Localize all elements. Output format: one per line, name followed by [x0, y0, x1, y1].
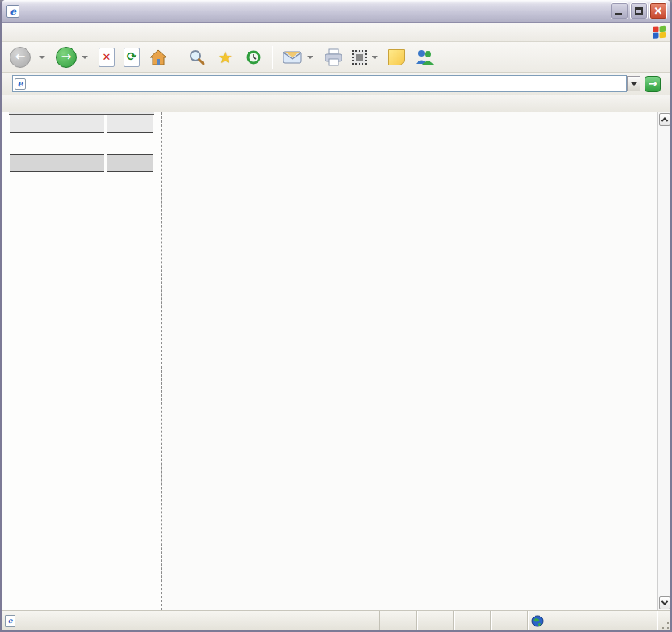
status-main-pane: e	[2, 611, 380, 630]
toplist-header-row	[10, 154, 153, 172]
close-button[interactable]: ✕	[649, 2, 667, 19]
go-button[interactable]: →	[645, 76, 667, 92]
toolbar-separator	[178, 46, 178, 69]
minimize-button[interactable]	[611, 2, 628, 19]
user-score	[107, 115, 153, 133]
history-button[interactable]	[242, 47, 266, 68]
print-button[interactable]	[321, 47, 346, 68]
scroll-down-button[interactable]	[659, 596, 670, 609]
toplist-table	[7, 154, 156, 172]
edit-dropdown-icon[interactable]	[372, 56, 378, 59]
status-pane	[417, 611, 454, 630]
address-dropdown-button[interactable]	[627, 76, 640, 91]
globe-icon	[531, 615, 544, 627]
discuss-button[interactable]	[385, 48, 408, 67]
standard-toolbar: ← → ✕ ⟳	[2, 42, 670, 73]
search-button[interactable]	[185, 47, 212, 68]
status-pane	[454, 611, 491, 630]
status-bar: e	[2, 610, 670, 630]
table-row	[10, 115, 153, 133]
back-dropdown-icon[interactable]	[39, 56, 45, 59]
document-icon: e	[5, 615, 15, 627]
forward-dropdown-icon[interactable]	[82, 56, 88, 59]
search-icon	[188, 48, 206, 66]
toolbar-separator	[272, 46, 273, 69]
stop-button[interactable]: ✕	[95, 46, 118, 69]
forward-button[interactable]: →	[52, 45, 93, 70]
ie-page-icon: e	[6, 5, 19, 18]
back-arrow-icon: ←	[10, 47, 31, 68]
favorites-star-icon: ★	[218, 48, 233, 67]
edit-button[interactable]	[349, 48, 383, 66]
refresh-button[interactable]: ⟳	[120, 46, 143, 69]
browser-window: e ✕ ← →	[0, 0, 672, 632]
security-zone-pane	[528, 611, 657, 630]
back-button[interactable]: ←	[6, 45, 50, 70]
scroll-up-button[interactable]	[659, 113, 670, 126]
status-pane	[380, 611, 417, 630]
maximize-button[interactable]	[630, 2, 648, 19]
sidebar	[2, 112, 162, 610]
favorites-button[interactable]: ★	[215, 46, 239, 69]
mail-button[interactable]	[279, 48, 318, 66]
links-bar	[2, 95, 670, 112]
home-button[interactable]	[145, 46, 171, 69]
printer-icon	[324, 48, 343, 66]
address-bar: e →	[2, 73, 670, 95]
ie-favicon: e	[15, 78, 26, 90]
messenger-people-icon	[414, 49, 435, 65]
toplist-header-score	[107, 154, 153, 172]
menu-bar	[2, 23, 670, 42]
vertical-scrollbar[interactable]	[657, 112, 670, 610]
mail-dropdown-icon[interactable]	[307, 56, 313, 59]
status-pane	[491, 611, 528, 630]
forward-arrow-icon: →	[56, 47, 77, 68]
toplist-header-user	[10, 154, 104, 172]
mail-icon	[283, 50, 302, 65]
page-content	[2, 112, 670, 610]
forum-thread	[162, 112, 657, 610]
title-bar[interactable]: e ✕	[2, 0, 670, 23]
refresh-icon: ⟳	[124, 48, 140, 67]
home-icon	[149, 48, 168, 67]
address-input[interactable]: e	[12, 75, 627, 92]
resize-grip[interactable]	[657, 611, 670, 630]
note-icon	[388, 49, 405, 65]
edit-icon	[352, 50, 367, 65]
spunk-table	[7, 115, 156, 133]
go-arrow-icon: →	[645, 76, 661, 92]
history-icon	[245, 48, 262, 66]
messenger-button[interactable]	[410, 48, 438, 67]
stop-icon: ✕	[99, 48, 115, 67]
windows-logo-icon	[651, 24, 667, 40]
